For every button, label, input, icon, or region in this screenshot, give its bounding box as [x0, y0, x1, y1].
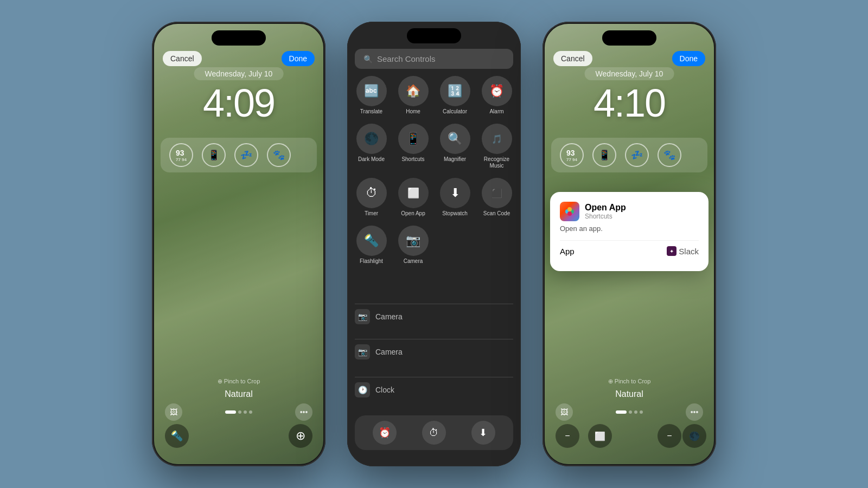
widget-temp-1: 93 77 94	[169, 143, 193, 167]
alarm-icon: ⏰	[482, 76, 512, 106]
time-display-3: 4:10	[593, 84, 665, 123]
alarm-label: Alarm	[489, 108, 503, 115]
dock-alarm[interactable]: ⏰	[373, 421, 397, 445]
camera-section-icon-2: 📷	[355, 344, 370, 359]
calculator-label: Calculator	[443, 108, 467, 115]
control-translate[interactable]: 🔤 Translate	[355, 76, 388, 115]
camera-icon-grid: 📷	[398, 226, 429, 256]
date-display-1: Wednesday, July 10	[194, 67, 284, 80]
popup-header: Open App Shortcuts	[560, 202, 699, 221]
control-timer[interactable]: ⏱ Timer	[355, 178, 388, 217]
pet-icon-3: 🐾	[663, 149, 675, 161]
camera-section-title-1: Camera	[375, 312, 403, 321]
search-placeholder: Search Controls	[377, 54, 436, 63]
pet-icon-1: 🐾	[273, 149, 285, 161]
add-btn-1[interactable]: ⊕	[289, 424, 312, 448]
time-text-1: 4:09	[203, 84, 275, 123]
search-icon: 🔍	[363, 55, 373, 63]
dock-stopwatch[interactable]: ⬇	[471, 421, 495, 445]
widgets-row-3: 93 77 94 📱 💤 🐾	[551, 138, 707, 172]
cancel-button-3[interactable]: Cancel	[553, 51, 592, 66]
control-stopwatch[interactable]: ⬇ Stopwatch	[438, 178, 471, 217]
popup-desc: Open an app.	[560, 224, 699, 233]
pinch-label-1: ⊕ Pinch to Crop	[154, 378, 323, 385]
top-bar-1: Cancel Done	[154, 51, 323, 66]
clock-section-icon: 🕐	[355, 382, 370, 397]
widgets-row-1: 93 77 94 📱 💤 🐾	[161, 138, 317, 172]
cancel-button-1[interactable]: Cancel	[163, 51, 202, 66]
slack-label: Slack	[679, 247, 699, 256]
top-bar-3: Cancel Done	[545, 51, 714, 66]
control-recognize-music[interactable]: 🎵 Recognize Music	[480, 124, 513, 169]
control-grid: 🔤 Translate 🏠 Home 🔢 Calculator ⏰ Alarm …	[355, 76, 513, 265]
dot-row-1	[225, 410, 252, 414]
widget-sleep-3: 💤	[625, 143, 649, 167]
minus-btn-3[interactable]: −	[556, 424, 579, 448]
stopwatch-label: Stopwatch	[442, 210, 468, 217]
popup-row-label: App	[560, 247, 575, 256]
bottom-icons-1: 🖼 •••	[154, 403, 323, 421]
dot-3-2	[629, 410, 632, 414]
date-text-3: Wednesday, July 10	[596, 69, 663, 78]
control-scancode[interactable]: ⬛ Scan Code	[480, 178, 513, 217]
control-magnifier[interactable]: 🔍 Magnifier	[438, 124, 471, 169]
popup-subtitle: Shortcuts	[585, 213, 626, 220]
phone-icon-3: 📱	[598, 149, 610, 161]
control-darkmode[interactable]: 🌑 Dark Mode	[355, 124, 388, 169]
clock-section-title: Clock	[375, 386, 394, 394]
stopwatch-icon: ⬇	[440, 178, 470, 208]
shortcuts-label: Shortcuts	[401, 156, 424, 163]
dynamic-island-2	[407, 28, 461, 43]
dot-active-1	[225, 410, 236, 414]
control-openapp[interactable]: ⬜ Open App	[397, 178, 430, 217]
control-calculator[interactable]: 🔢 Calculator	[438, 76, 471, 115]
brightness-btn-3[interactable]: 🌑	[682, 424, 706, 448]
popup-row-value: ✦ Slack	[667, 246, 699, 256]
control-shortcuts[interactable]: 📱 Shortcuts	[397, 124, 430, 169]
filter-name-1: Natural	[154, 389, 323, 399]
shortcuts-icon: 📱	[398, 124, 429, 154]
camera-section-icon-1: 📷	[355, 309, 370, 324]
date-display-3: Wednesday, July 10	[585, 67, 674, 80]
divider-2	[355, 339, 513, 339]
done-button-1[interactable]: Done	[282, 51, 315, 66]
bottom-icons-3: 🖼 •••	[545, 403, 714, 421]
sleep-icon-1: 💤	[240, 149, 252, 161]
flashlight-btn-1[interactable]: 🔦	[165, 424, 189, 448]
gallery-icon-3[interactable]: 🖼	[556, 403, 573, 421]
control-camera[interactable]: 📷 Camera	[397, 226, 430, 265]
dock-timer[interactable]: ⏱	[422, 421, 446, 445]
calculator-icon: 🔢	[440, 76, 470, 106]
widget-pet-1: 🐾	[267, 143, 291, 167]
magnifier-icon: 🔍	[440, 124, 470, 154]
control-home[interactable]: 🏠 Home	[397, 76, 430, 115]
popup-app-row[interactable]: App ✦ Slack	[560, 240, 699, 261]
pinch-label-3: ⊕ Pinch to Crop	[545, 378, 714, 385]
done-button-3[interactable]: Done	[672, 51, 705, 66]
section-clock[interactable]: 🕐 Clock	[355, 382, 513, 397]
openapp-icon: ⬜	[398, 178, 429, 208]
section-camera-2[interactable]: 📷 Camera	[355, 344, 513, 359]
search-bar[interactable]: 🔍 Search Controls	[355, 49, 513, 69]
recognize-music-icon: 🎵	[482, 124, 512, 154]
translate-icon: 🔤	[356, 76, 387, 106]
more-icon-1[interactable]: •••	[295, 403, 312, 421]
svg-point-2	[567, 207, 572, 211]
scancode-icon: ⬛	[482, 178, 512, 208]
popup-title: Open App	[585, 203, 626, 213]
timer-icon: ⏱	[356, 178, 387, 208]
dot-3-4	[640, 410, 643, 414]
more-icon-3[interactable]: •••	[686, 403, 703, 421]
popup-app-icon	[560, 202, 579, 221]
control-alarm[interactable]: ⏰ Alarm	[480, 76, 513, 115]
control-flashlight[interactable]: 🔦 Flashlight	[355, 226, 388, 265]
camera-section-title-2: Camera	[375, 348, 403, 356]
darkmode-label: Dark Mode	[358, 156, 385, 163]
minus-btn-3r[interactable]: −	[658, 424, 681, 448]
gallery-icon-1[interactable]: 🖼	[165, 403, 182, 421]
section-camera-1[interactable]: 📷 Camera	[355, 309, 513, 324]
scancode-label: Scan Code	[483, 210, 510, 217]
magnifier-label: Magnifier	[444, 156, 466, 163]
openapp-btn-3[interactable]: ⬜	[588, 424, 612, 448]
sleep-icon-3: 💤	[631, 149, 643, 161]
